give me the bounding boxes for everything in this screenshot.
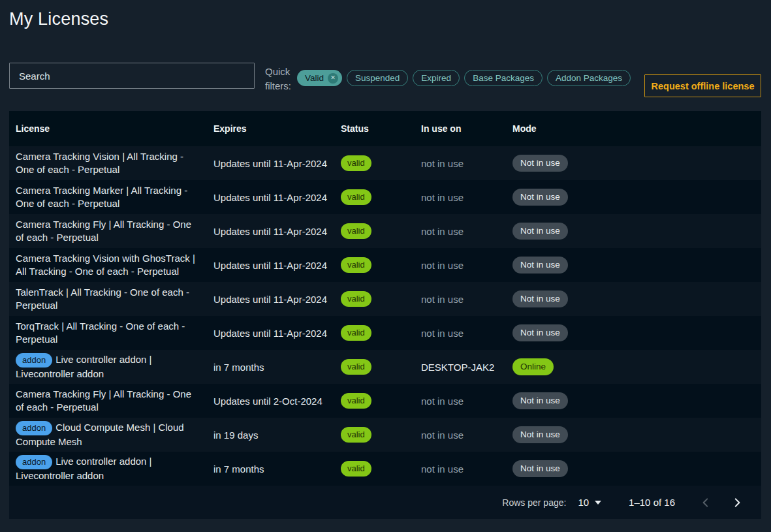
license-name: Camera Tracking Fly | All Tracking - One… xyxy=(16,219,191,243)
column-header-mode: Mode xyxy=(512,123,761,134)
search-input[interactable] xyxy=(9,63,255,89)
in-use-on-cell: not in use xyxy=(421,192,512,203)
status-cell: valid xyxy=(341,257,421,273)
in-use-on-cell: not in use xyxy=(421,294,512,305)
addon-badge: addon xyxy=(16,421,52,435)
status-badge: valid xyxy=(341,291,371,307)
expires-cell: in 7 months xyxy=(213,362,341,373)
license-cell: addonCloud Compute Mesh | Cloud Compute … xyxy=(16,421,213,448)
filter-chip-base-packages[interactable]: Base Packages xyxy=(464,70,543,86)
table-row[interactable]: Camera Tracking Vision with GhosTrack | … xyxy=(9,248,761,282)
mode-cell: Online xyxy=(512,358,761,376)
license-name: TorqTrack | All Tracking - One of each -… xyxy=(16,321,185,345)
license-name: TalenTrack | All Tracking - One of each … xyxy=(16,287,189,311)
filter-chip-label: Base Packages xyxy=(473,73,534,83)
table-row[interactable]: Camera Tracking Fly | All Tracking - One… xyxy=(9,384,761,418)
page-title: My Licenses xyxy=(9,9,108,29)
in-use-on-cell: DESKTOP-JAK2 xyxy=(421,362,512,373)
filter-chip-suspended[interactable]: Suspended xyxy=(347,70,408,86)
filter-chip-label: Suspended xyxy=(355,73,400,83)
chevron-left-icon xyxy=(700,497,712,509)
table-row[interactable]: Camera Tracking Vision | All Tracking - … xyxy=(9,146,761,180)
in-use-on-cell: not in use xyxy=(421,430,512,441)
license-cell: TalenTrack | All Tracking - One of each … xyxy=(16,286,213,312)
filter-chip-expired[interactable]: Expired xyxy=(413,70,460,86)
rows-per-page-select[interactable]: 10 xyxy=(578,497,601,508)
expires-cell: Updates until 11-Apr-2024 xyxy=(213,328,341,339)
license-cell: addonLive controller addon | Livecontrol… xyxy=(16,353,213,381)
filter-chip-label: Addon Packages xyxy=(556,73,622,83)
table-row[interactable]: Camera Tracking Marker | All Tracking - … xyxy=(9,180,761,214)
mode-pill[interactable]: Not in use xyxy=(512,392,568,410)
status-badge: valid xyxy=(341,189,371,205)
mode-cell: Not in use xyxy=(512,460,761,478)
addon-badge: addon xyxy=(16,455,52,469)
status-cell: valid xyxy=(341,291,421,307)
table-header: LicenseExpiresStatusIn use onMode xyxy=(9,111,761,146)
mode-pill[interactable]: Not in use xyxy=(512,189,568,206)
mode-pill[interactable]: Not in use xyxy=(512,426,568,444)
mode-cell: Not in use xyxy=(512,189,761,206)
pagination-bar: Rows per page: 10 1–10 of 16 xyxy=(9,486,761,519)
mode-cell: Not in use xyxy=(512,223,761,240)
status-cell: valid xyxy=(341,461,421,477)
in-use-on-cell: not in use xyxy=(421,226,512,237)
table-row[interactable]: addonLive controller addon | Livecontrol… xyxy=(9,452,761,486)
license-cell: addonLive controller addon | Livecontrol… xyxy=(16,455,213,482)
request-offline-license-button[interactable]: Request offline license xyxy=(644,74,761,97)
status-cell: valid xyxy=(341,155,421,171)
previous-page-button[interactable] xyxy=(697,494,714,511)
license-name: Camera Tracking Fly | All Tracking - One… xyxy=(16,388,191,413)
status-cell: valid xyxy=(341,393,421,409)
mode-cell: Not in use xyxy=(512,290,761,308)
in-use-on-cell: not in use xyxy=(421,396,512,407)
license-name: Camera Tracking Marker | All Tracking - … xyxy=(16,185,187,209)
in-use-on-cell: not in use xyxy=(421,260,512,271)
mode-pill[interactable]: Not in use xyxy=(512,223,568,240)
filter-chip-valid[interactable]: Valid✕ xyxy=(297,70,342,86)
license-cell: Camera Tracking Marker | All Tracking - … xyxy=(16,184,213,210)
filter-chip-addon-packages[interactable]: Addon Packages xyxy=(547,70,631,86)
table-row[interactable]: addonLive controller addon | Livecontrol… xyxy=(9,350,761,384)
rows-per-page-label: Rows per page: xyxy=(502,497,566,508)
mode-cell: Not in use xyxy=(512,155,761,172)
caret-down-icon xyxy=(595,501,601,505)
column-header-license: License xyxy=(16,123,213,134)
status-badge: valid xyxy=(341,393,371,409)
expires-cell: in 19 days xyxy=(213,430,341,441)
licenses-table: LicenseExpiresStatusIn use onMode Camera… xyxy=(9,111,761,519)
mode-pill[interactable]: Online xyxy=(512,358,554,376)
license-name: Camera Tracking Vision with GhosTrack | … xyxy=(16,253,195,277)
table-row[interactable]: Camera Tracking Fly | All Tracking - One… xyxy=(9,214,761,248)
pagination-range: 1–10 of 16 xyxy=(629,497,675,508)
license-name: Camera Tracking Vision | All Tracking - … xyxy=(16,151,183,175)
mode-pill[interactable]: Not in use xyxy=(512,290,568,308)
mode-cell: Not in use xyxy=(512,426,761,444)
table-row[interactable]: addonCloud Compute Mesh | Cloud Compute … xyxy=(9,418,761,452)
mode-pill[interactable]: Not in use xyxy=(512,257,568,274)
expires-cell: Updates until 11-Apr-2024 xyxy=(213,158,341,169)
status-badge: valid xyxy=(341,155,371,171)
quick-filter-chips: Valid✕SuspendedExpiredBase PackagesAddon… xyxy=(297,70,631,86)
mode-pill[interactable]: Not in use xyxy=(512,155,568,172)
in-use-on-cell: not in use xyxy=(421,328,512,339)
mode-pill[interactable]: Not in use xyxy=(512,460,568,478)
status-badge: valid xyxy=(341,223,371,239)
status-badge: valid xyxy=(341,461,371,477)
status-cell: valid xyxy=(341,223,421,239)
expires-cell: in 7 months xyxy=(213,463,341,475)
in-use-on-cell: not in use xyxy=(421,158,512,169)
column-header-in-use-on: In use on xyxy=(421,123,512,134)
status-cell: valid xyxy=(341,189,421,205)
remove-filter-icon[interactable]: ✕ xyxy=(328,73,338,84)
filter-chip-label: Expired xyxy=(421,73,451,83)
status-cell: valid xyxy=(341,325,421,341)
mode-pill[interactable]: Not in use xyxy=(512,324,568,342)
status-badge: valid xyxy=(341,427,371,443)
next-page-button[interactable] xyxy=(729,494,746,511)
table-row[interactable]: TorqTrack | All Tracking - One of each -… xyxy=(9,316,761,350)
expires-cell: Updates until 11-Apr-2024 xyxy=(213,226,341,237)
column-header-expires: Expires xyxy=(213,123,341,134)
rows-per-page-value: 10 xyxy=(578,497,589,508)
table-row[interactable]: TalenTrack | All Tracking - One of each … xyxy=(9,282,761,316)
